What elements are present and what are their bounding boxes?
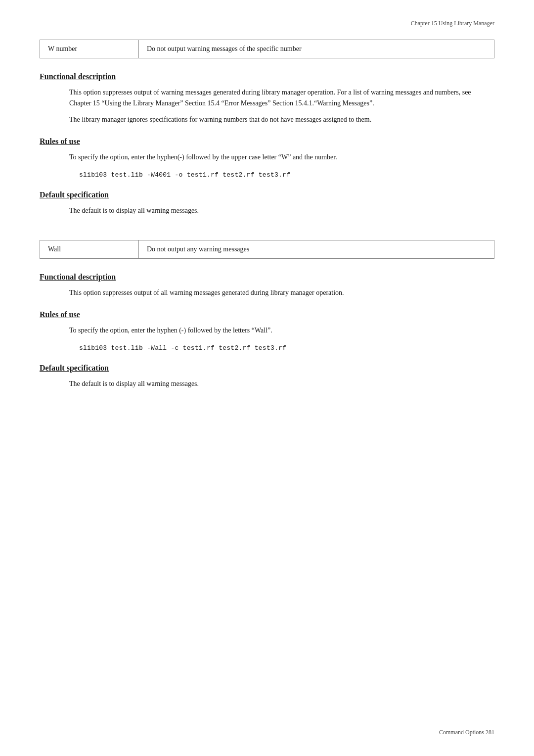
option-name: W number [40,40,139,58]
functional-description-heading-2: Functional description [40,273,494,282]
default-specification-heading-2: Default specification [40,364,494,373]
rules-of-use-text-2: To specify the option, enter the hyphen … [69,325,494,336]
functional-description-body-2: This option suppresses output of all war… [69,287,494,298]
table-row: W number Do not output warning messages … [40,40,494,58]
default-specification-body-1: The default is to display all warning me… [69,205,494,216]
code-block-2: slib103 test.lib -Wall -c test1.rf test2… [79,344,494,352]
functional-description-heading-1: Functional description [40,72,494,81]
default-specification-text-1: The default is to display all warning me… [69,205,494,216]
wnumber-table: W number Do not output warning messages … [40,40,494,58]
page-footer: Command Options 281 [439,729,494,736]
page: Chapter 15 Using Library Manager W numbe… [0,0,534,756]
option-name-wall: Wall [40,240,139,258]
default-specification-text-2: The default is to display all warning me… [69,378,494,389]
rules-of-use-heading-2: Rules of use [40,310,494,319]
functional-description-para1-1: This option suppresses output of warning… [69,87,494,109]
rules-of-use-heading-1: Rules of use [40,137,494,146]
wall-table: Wall Do not output any warning messages [40,240,494,259]
default-specification-body-2: The default is to display all warning me… [69,378,494,389]
rules-of-use-text-1: To specify the option, enter the hyphen(… [69,152,494,163]
functional-description-body-1: This option suppresses output of warning… [69,87,494,125]
default-specification-heading-1: Default specification [40,190,494,199]
page-header: Chapter 15 Using Library Manager [411,20,494,27]
table-row: Wall Do not output any warning messages [40,240,494,258]
rules-of-use-body-1: To specify the option, enter the hyphen(… [69,152,494,163]
code-block-1: slib103 test.lib -W4001 -o test1.rf test… [79,171,494,179]
functional-description-para1-2: This option suppresses output of all war… [69,287,494,298]
functional-description-para2-1: The library manager ignores specificatio… [69,114,494,125]
rules-of-use-body-2: To specify the option, enter the hyphen … [69,325,494,336]
option-description-wall: Do not output any warning messages [139,240,494,258]
option-description: Do not output warning messages of the sp… [139,40,494,58]
